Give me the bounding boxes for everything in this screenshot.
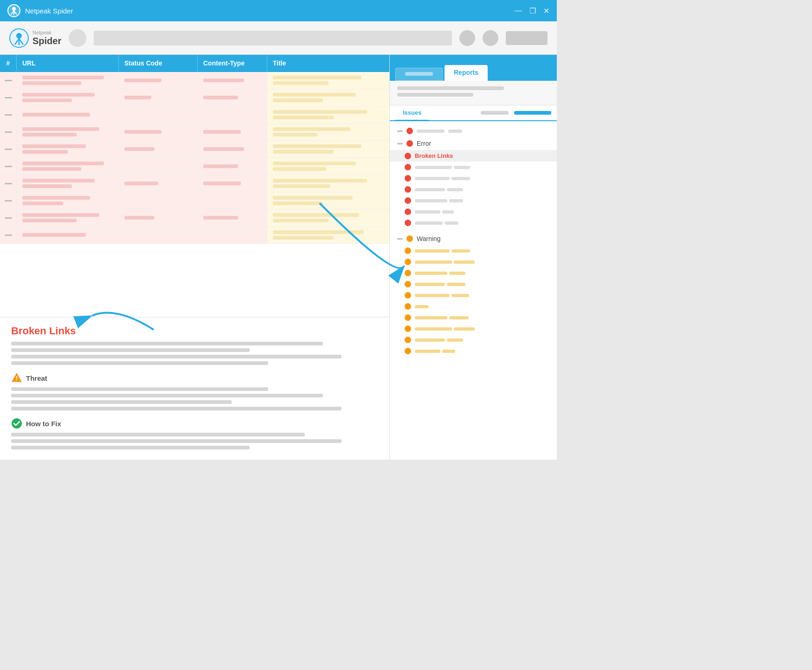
dash-icon <box>397 130 403 132</box>
cell-status <box>119 227 198 243</box>
cell-content <box>198 209 267 226</box>
title-bar-left: Netpeak Spider <box>7 4 73 17</box>
issue-item-broken-links[interactable]: Broken Links <box>390 150 557 162</box>
error-label: Error <box>417 140 431 147</box>
cell-url <box>17 227 119 243</box>
issues-panel: Issues <box>390 105 557 460</box>
issue-item-warning[interactable] <box>390 245 557 256</box>
window-controls: — ❐ ✕ <box>515 7 549 15</box>
issue-item[interactable] <box>390 206 557 217</box>
cell-title <box>267 106 389 123</box>
desc-line-4 <box>11 361 268 365</box>
tab-other[interactable] <box>395 68 443 81</box>
cell-content <box>198 175 267 192</box>
cell-num <box>0 158 17 175</box>
table-row[interactable] <box>0 209 389 227</box>
tab-issues[interactable]: Issues <box>395 105 429 121</box>
cell-url <box>17 124 119 140</box>
cell-num <box>0 192 17 209</box>
table-row[interactable] <box>0 89 389 106</box>
item-text <box>415 249 549 253</box>
item-dot-icon <box>405 164 411 170</box>
cell-content <box>198 158 267 175</box>
table-row[interactable] <box>0 141 389 158</box>
cell-title <box>267 209 389 226</box>
table-row[interactable] <box>0 158 389 175</box>
issue-item-warning[interactable] <box>390 323 557 334</box>
header-action-circle-1[interactable] <box>459 30 475 46</box>
threat-desc-2 <box>11 394 323 397</box>
cell-title <box>267 175 389 192</box>
cell-url <box>17 72 119 89</box>
desc-line-1 <box>11 342 323 345</box>
table-row[interactable] <box>0 106 389 124</box>
broken-links-dot-icon <box>405 153 411 159</box>
item-dot-icon <box>405 175 411 182</box>
right-desc-bars <box>390 81 557 105</box>
item-text <box>415 272 549 275</box>
broken-links-name: Broken Links <box>415 152 549 159</box>
header-action-button[interactable] <box>506 31 548 45</box>
content-area: # URL Status Code Content-Type Title <box>0 55 557 460</box>
broken-links-title: Broken Links <box>11 325 378 337</box>
issue-item-warning[interactable] <box>390 345 557 357</box>
broken-links-text: Broken Links <box>415 152 549 159</box>
table-row[interactable] <box>0 175 389 192</box>
logo-area: Netpeak Spider <box>9 28 61 48</box>
cell-status <box>119 141 198 157</box>
red-dot-icon <box>406 128 413 134</box>
issue-item-warning[interactable] <box>390 301 557 312</box>
item-text <box>415 350 549 353</box>
threat-desc-3 <box>11 400 232 404</box>
right-desc-bar-1 <box>397 86 504 90</box>
issue-item[interactable] <box>390 195 557 206</box>
issue-item[interactable] <box>390 217 557 228</box>
app-header: Netpeak Spider <box>0 21 557 55</box>
cell-status <box>119 175 198 192</box>
cell-status <box>119 72 198 89</box>
issues-list: Error Broken Links <box>390 121 557 360</box>
cell-url <box>17 192 119 209</box>
issue-item-warning[interactable] <box>390 290 557 301</box>
header-url-bar[interactable] <box>94 31 452 46</box>
col-header-title[interactable]: Title <box>267 55 389 72</box>
issue-item-warning[interactable] <box>390 256 557 267</box>
warning-item-dot-icon <box>405 247 411 254</box>
issue-item-warning[interactable] <box>390 312 557 323</box>
minimize-button[interactable]: — <box>515 7 522 15</box>
col-header-url[interactable]: URL <box>17 55 119 72</box>
issue-item-warning[interactable] <box>390 279 557 290</box>
table-row[interactable] <box>0 72 389 89</box>
issue-item-warning[interactable] <box>390 334 557 345</box>
title-bar: Netpeak Spider — ❐ ✕ <box>0 0 557 21</box>
logo-bottom: Spider <box>32 36 61 46</box>
tab-reports[interactable]: Reports <box>445 65 488 81</box>
app-title: Netpeak Spider <box>25 7 73 15</box>
issue-item[interactable] <box>390 162 557 173</box>
svg-text:!: ! <box>16 375 18 382</box>
logo-top: Netpeak <box>32 30 61 35</box>
table-row[interactable] <box>0 124 389 141</box>
error-dot-icon <box>406 140 413 147</box>
cell-url <box>17 158 119 175</box>
howtofix-section-header: How to Fix <box>11 418 378 429</box>
close-button[interactable]: ✕ <box>543 7 549 15</box>
issue-warning-row: Warning <box>390 232 557 245</box>
table-row[interactable] <box>0 227 389 244</box>
threat-label: Threat <box>26 374 47 382</box>
right-panel: Reports Issues <box>390 55 557 460</box>
col-header-status[interactable]: Status Code <box>119 55 198 72</box>
table-row[interactable] <box>0 192 389 209</box>
issue-item[interactable] <box>390 173 557 184</box>
cell-title <box>267 141 389 157</box>
issue-item-warning[interactable] <box>390 267 557 279</box>
maximize-button[interactable]: ❐ <box>529 7 536 15</box>
table-body <box>0 72 389 317</box>
col-header-content[interactable]: Content-Type <box>198 55 267 72</box>
cell-content <box>198 106 267 123</box>
dash-icon <box>397 238 403 240</box>
cell-num <box>0 124 17 140</box>
item-text <box>415 199 549 202</box>
issue-item[interactable] <box>390 184 557 195</box>
header-action-circle-2[interactable] <box>483 30 498 46</box>
